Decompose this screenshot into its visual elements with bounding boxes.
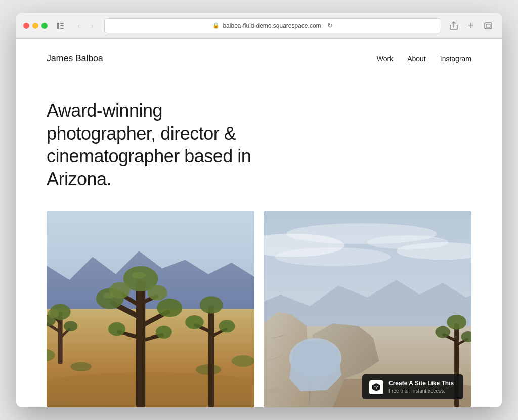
svg-rect-4 <box>485 23 492 29</box>
share-button[interactable] <box>447 19 460 32</box>
address-bar[interactable]: 🔒 balboa-fluid-demo.squarespace.com ↻ <box>104 18 441 33</box>
svg-rect-5 <box>486 24 490 27</box>
desert-photo-1 <box>47 211 254 407</box>
badge-title: Create A Site Like This <box>388 380 454 388</box>
svg-rect-3 <box>60 28 64 29</box>
tabs-button[interactable] <box>482 19 495 32</box>
site-nav: Work About Instagram <box>377 55 471 63</box>
site-header: James Balboa Work About Instagram <box>16 39 502 74</box>
svg-point-9 <box>47 372 254 407</box>
browser-chrome: ‹ › 🔒 balboa-fluid-demo.squarespace.com … <box>16 13 502 39</box>
svg-rect-38 <box>208 306 214 407</box>
svg-point-20 <box>64 321 77 332</box>
svg-point-21 <box>48 309 59 318</box>
new-tab-button[interactable]: + <box>464 19 478 32</box>
nav-item-instagram[interactable]: Instagram <box>440 55 471 63</box>
squarespace-logo <box>369 380 383 394</box>
url-text: balboa-fluid-demo.squarespace.com <box>223 22 321 29</box>
svg-point-34 <box>108 322 125 336</box>
svg-rect-2 <box>60 25 64 26</box>
sidebar-toggle[interactable] <box>54 19 67 32</box>
svg-point-12 <box>71 362 92 371</box>
photo-card-2[interactable]: Create A Site Like This Free trial. Inst… <box>264 211 471 407</box>
nav-item-about[interactable]: About <box>407 55 426 63</box>
svg-point-11 <box>232 355 254 367</box>
svg-point-36 <box>132 272 146 279</box>
close-button[interactable] <box>23 23 29 29</box>
site-content: James Balboa Work About Instagram Award-… <box>16 39 502 407</box>
minimize-button[interactable] <box>32 23 38 29</box>
back-button[interactable]: ‹ <box>73 20 85 32</box>
traffic-lights <box>23 23 48 29</box>
badge-subtitle: Free trial. Instant access. <box>388 388 454 394</box>
browser-window: ‹ › 🔒 balboa-fluid-demo.squarespace.com … <box>16 13 502 407</box>
svg-point-37 <box>103 292 115 298</box>
svg-point-50 <box>275 247 391 266</box>
squarespace-badge[interactable]: Create A Site Like This Free trial. Inst… <box>362 374 463 399</box>
svg-point-42 <box>185 315 204 329</box>
svg-point-35 <box>156 326 172 339</box>
svg-rect-0 <box>57 23 59 29</box>
svg-point-33 <box>148 285 167 301</box>
svg-point-51 <box>368 235 449 249</box>
svg-rect-22 <box>136 280 145 407</box>
nav-item-work[interactable]: Work <box>377 55 393 63</box>
lock-icon: 🔒 <box>212 22 220 29</box>
reload-button[interactable]: ↻ <box>327 22 333 29</box>
photo-grid: Create A Site Like This Free trial. Inst… <box>16 211 502 407</box>
fullscreen-button[interactable] <box>41 23 48 29</box>
svg-rect-1 <box>60 23 64 24</box>
hero-text: Award-winning photographer, director & c… <box>47 99 269 190</box>
svg-point-68 <box>268 387 282 393</box>
svg-point-64 <box>447 315 466 330</box>
svg-point-41 <box>200 296 223 313</box>
forward-button[interactable]: › <box>86 20 98 32</box>
badge-text: Create A Site Like This Free trial. Inst… <box>388 380 454 394</box>
svg-point-43 <box>219 320 235 332</box>
svg-point-65 <box>435 326 450 338</box>
photo-card-1[interactable] <box>47 211 254 407</box>
browser-actions: + <box>447 19 495 32</box>
hero-section: Award-winning photographer, director & c… <box>16 74 502 211</box>
site-logo[interactable]: James Balboa <box>47 53 103 64</box>
nav-buttons: ‹ › <box>73 20 98 32</box>
svg-point-31 <box>157 299 182 317</box>
